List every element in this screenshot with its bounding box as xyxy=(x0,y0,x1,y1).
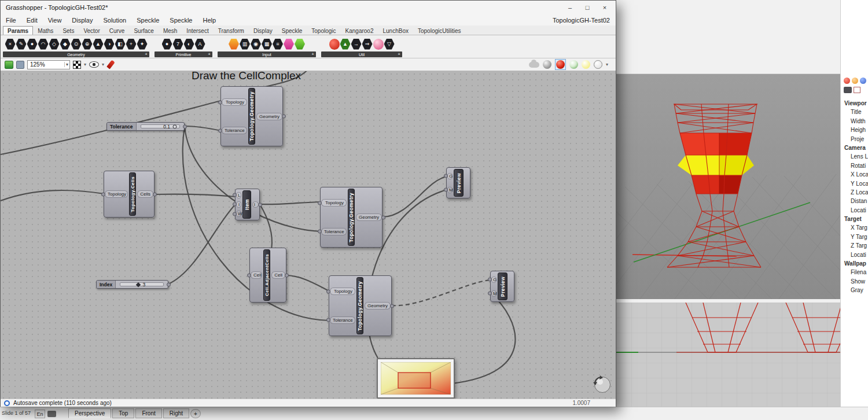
node-core[interactable]: Topology.Geometry xyxy=(356,277,363,334)
sphere-icon[interactable]: ⊙ xyxy=(71,39,82,50)
property-row[interactable]: Width xyxy=(841,117,868,126)
property-row[interactable]: Z Loca xyxy=(841,188,868,197)
expand-group-button[interactable]: + xyxy=(398,52,400,57)
wire[interactable] xyxy=(168,204,236,284)
expand-group-button[interactable]: + xyxy=(145,52,148,57)
menu-item[interactable]: Display xyxy=(67,17,98,24)
slider-grip[interactable] xyxy=(173,124,177,128)
output-geometry[interactable]: Geometry xyxy=(365,302,391,310)
input-tolerance[interactable]: Tolerance xyxy=(222,127,247,134)
ribbon-tab[interactable]: Topologic xyxy=(307,26,340,35)
colour-picker-icon[interactable] xyxy=(295,39,305,50)
definition-canvas[interactable]: Draw the CellComplex Topology Tolerance … xyxy=(1,71,616,399)
arc-icon[interactable]: ◠ xyxy=(38,39,49,50)
input-topology[interactable]: Topology xyxy=(330,288,355,295)
node-topology-geometry-3[interactable]: Topology Tolerance Topology.Geometry Geo… xyxy=(329,275,392,336)
ribbon-tab[interactable]: Surface xyxy=(129,26,158,35)
property-row[interactable]: Title xyxy=(841,108,868,116)
slider-track[interactable]: 0.1 xyxy=(141,124,180,128)
knob-icon[interactable]: ◉ xyxy=(251,39,261,50)
ball-icon[interactable] xyxy=(373,39,384,50)
menu-item[interactable]: Speckle xyxy=(164,17,197,24)
mesh-icon[interactable]: ⊕ xyxy=(82,39,93,50)
slider-track[interactable]: 3 xyxy=(120,282,164,286)
property-row[interactable]: Filena xyxy=(841,268,868,277)
ribbon-tab[interactable]: Maths xyxy=(33,26,58,35)
menu-item[interactable]: Solution xyxy=(98,17,131,24)
ribbon-tab[interactable]: Transform xyxy=(214,26,249,35)
viewport-tab[interactable]: Front xyxy=(135,408,161,418)
surface-icon[interactable]: ▲ xyxy=(93,39,104,50)
digit-scroller-icon[interactable]: ▦ xyxy=(262,39,272,50)
marker-pen-icon[interactable] xyxy=(106,60,115,69)
vector-icon[interactable]: ✎ xyxy=(16,39,27,50)
wire[interactable] xyxy=(155,194,236,197)
input-geometry[interactable]: G xyxy=(447,173,453,179)
node-core[interactable]: Cell.AdjacentCells xyxy=(263,249,270,301)
tree-icon[interactable]: ▲ xyxy=(340,39,351,50)
brep-icon[interactable]: ◑ xyxy=(104,39,115,50)
maximize-button[interactable]: □ xyxy=(579,1,596,15)
property-row[interactable]: Locati xyxy=(841,250,868,259)
shaded-preview-icon[interactable] xyxy=(556,60,565,69)
ribbon-tab[interactable]: Curve xyxy=(105,26,130,35)
colour-swatch-icon[interactable] xyxy=(284,39,294,50)
twisted-box-icon[interactable]: ◧ xyxy=(115,39,126,50)
node-preview-1[interactable]: G M Preview xyxy=(446,167,470,198)
wire[interactable] xyxy=(452,293,515,384)
wire[interactable] xyxy=(260,202,321,204)
panel-icon[interactable]: ≡ xyxy=(273,39,283,50)
sketch-tool-icon[interactable] xyxy=(73,61,81,69)
save-icon[interactable] xyxy=(16,61,24,69)
ribbon-tab[interactable]: LunchBox xyxy=(378,26,413,35)
input-wrap[interactable]: W xyxy=(236,211,241,217)
jump-in-icon[interactable]: → xyxy=(351,39,362,50)
property-row[interactable]: Distan xyxy=(841,197,868,205)
viewport-settings-icon[interactable] xyxy=(854,87,860,93)
menu-item[interactable]: View xyxy=(43,17,67,24)
property-row[interactable]: Show xyxy=(841,277,868,286)
node-core[interactable]: Preview xyxy=(454,169,464,197)
no-preview-icon[interactable] xyxy=(543,60,551,69)
property-row[interactable]: Z Targ xyxy=(841,241,868,250)
property-row[interactable]: Locati xyxy=(841,206,868,215)
circle-icon[interactable]: ● xyxy=(27,39,38,50)
flask-icon[interactable]: ▽ xyxy=(384,39,395,50)
viewport-tab[interactable]: + xyxy=(190,409,201,418)
node-core[interactable]: Topology.Geometry xyxy=(348,189,355,246)
node-list-item[interactable]: L i W Item i xyxy=(235,189,260,220)
boolean-icon[interactable]: ● xyxy=(162,39,172,50)
selected-only-preview-icon[interactable] xyxy=(582,60,590,69)
property-row[interactable]: Wallpap xyxy=(841,259,868,268)
input-tolerance[interactable]: Tolerance xyxy=(330,316,355,324)
node-core[interactable]: Preview xyxy=(498,272,507,300)
tolerance-slider[interactable]: Tolerance 0.1 xyxy=(106,122,185,131)
cloud-icon[interactable] xyxy=(529,62,539,68)
display-blue-icon[interactable] xyxy=(860,78,866,84)
menu-item[interactable]: Speckle xyxy=(131,17,164,24)
language-indicator[interactable]: En xyxy=(35,410,45,418)
ribbon-tab[interactable]: Mesh xyxy=(159,26,182,35)
wire[interactable] xyxy=(1,190,104,201)
property-row[interactable]: Y Loca xyxy=(841,179,868,188)
wire[interactable] xyxy=(382,176,447,217)
display-orange-icon[interactable] xyxy=(852,78,858,84)
zoom-select[interactable]: 125% ▾ xyxy=(27,60,70,69)
node-cell-adjacentcells[interactable]: Cell Cell.AdjacentCells Cell xyxy=(249,248,286,303)
property-row[interactable]: Gray xyxy=(841,286,868,294)
node-preview-2[interactable]: G M Preview xyxy=(490,271,514,302)
input-topology[interactable]: Topology xyxy=(222,98,247,106)
ribbon-tab[interactable]: Kangaroo2 xyxy=(341,26,378,35)
output-item[interactable]: i xyxy=(252,201,259,208)
cherry-picker-icon[interactable] xyxy=(329,39,340,50)
output-geometry[interactable]: Geometry xyxy=(356,213,382,221)
number-icon[interactable]: ◐ xyxy=(184,39,194,50)
node-topology-geometry-1[interactable]: Topology Tolerance Topology.Geometry Geo… xyxy=(220,86,283,146)
wire[interactable] xyxy=(185,126,221,131)
ribbon-tab[interactable]: Sets xyxy=(58,26,79,35)
plane-icon[interactable]: ◇ xyxy=(49,39,60,50)
ribbon-tab[interactable]: Speckle xyxy=(277,26,307,35)
ribbon-tab[interactable]: TopologicUtilities xyxy=(413,26,465,35)
input-index[interactable]: i xyxy=(236,201,241,208)
rhino-front-viewport[interactable] xyxy=(616,303,840,407)
